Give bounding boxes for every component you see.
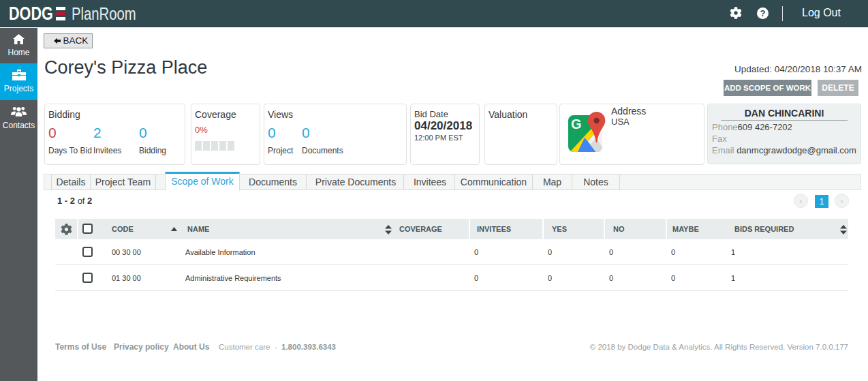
svg-text:G: G [571, 117, 582, 132]
